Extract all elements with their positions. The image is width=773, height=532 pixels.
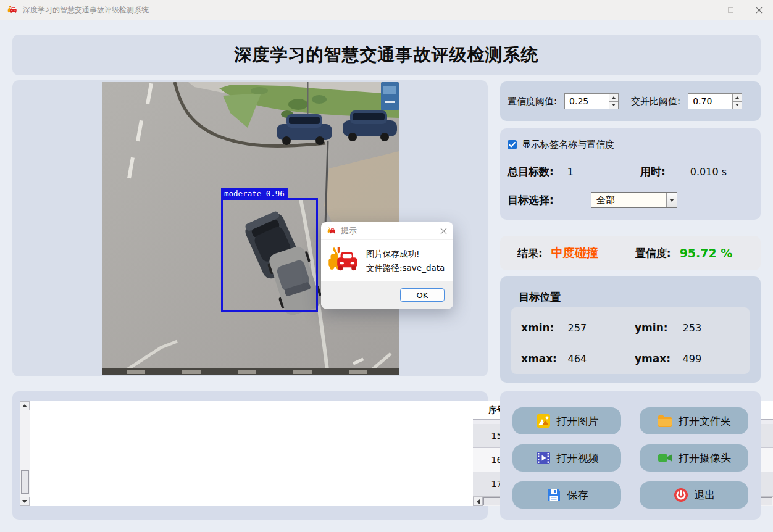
minimize-icon	[699, 10, 706, 10]
result-confidence-label: 置信度:	[635, 246, 671, 260]
open-folder-button[interactable]: 打开文件夹	[640, 407, 748, 434]
spinner-up-icon	[735, 96, 739, 99]
ymin-label: ymin:	[635, 322, 682, 334]
car-crash-icon	[327, 247, 362, 275]
spinner-down-button[interactable]	[609, 102, 618, 109]
threshold-panel: 置信度阈值: 交并比阈值:	[500, 81, 761, 121]
open-video-button[interactable]: 打开视频	[512, 444, 621, 472]
actions-panel: 打开图片 打开文件夹 打开视频	[500, 391, 761, 520]
xmin-label: xmin:	[521, 322, 568, 334]
page-title: 深度学习的智慧交通事故评级检测系统	[12, 35, 761, 75]
maximize-button[interactable]	[716, 0, 745, 20]
save-button[interactable]: 保存	[512, 481, 621, 509]
results-table-panel: 序号 文件路径 目标编号 类别 置信度 坐标位置 15 E:/... 0 中度碰…	[12, 391, 488, 520]
camera-icon	[657, 450, 673, 466]
scroll-left-button[interactable]	[473, 497, 483, 506]
window-title: 深度学习的智慧交通事故评级检测系统	[23, 5, 149, 15]
spinner-down-button[interactable]	[733, 102, 742, 109]
open-camera-button[interactable]: 打开摄像头	[640, 444, 748, 472]
target-position-title: 目标位置	[519, 290, 561, 304]
dialog-message-line1: 图片保存成功!	[366, 247, 445, 260]
dropdown-button[interactable]	[666, 193, 677, 207]
detection-label: moderate 0.96	[221, 188, 288, 199]
show-labels-label: 显示标签名称与置信度	[522, 139, 614, 151]
open-image-button[interactable]: 打开图片	[512, 407, 621, 434]
xmin-value: 257	[568, 322, 635, 334]
video-icon	[535, 450, 551, 466]
ymax-label: ymax:	[635, 352, 682, 365]
power-icon	[673, 487, 689, 503]
car-crash-icon	[327, 227, 336, 235]
target-select-dropdown[interactable]: 全部	[591, 192, 677, 208]
iou-threshold-input[interactable]	[688, 94, 732, 109]
window-titlebar: 深度学习的智慧交通事故评级检测系统	[0, 0, 773, 20]
settings-panel: 显示标签名称与置信度 总目标数: 1 用时: 0.010 s 目标选择: 全部	[500, 128, 761, 220]
minimize-button[interactable]	[688, 0, 716, 20]
message-dialog: 提示 图片保存成功! 文件路径:save_data OK	[321, 222, 453, 309]
scroll-left-icon	[477, 499, 480, 504]
spinner-up-icon	[612, 96, 616, 99]
dialog-ok-button[interactable]: OK	[400, 288, 445, 302]
vertical-scrollbar-thumb[interactable]	[21, 470, 29, 494]
spinner-down-icon	[612, 104, 616, 106]
check-icon	[509, 142, 516, 148]
close-button[interactable]	[745, 0, 773, 20]
image-icon	[535, 413, 551, 429]
header-panel: 深度学习的智慧交通事故评级检测系统	[12, 35, 761, 75]
exit-button[interactable]: 退出	[640, 481, 748, 509]
target-select-label: 目标选择:	[508, 193, 554, 207]
dialog-footer: OK	[321, 281, 453, 309]
spinner-up-button[interactable]	[609, 94, 618, 102]
ymax-value: 499	[683, 353, 750, 365]
dialog-message-line2: 文件路径:save_data	[366, 261, 445, 275]
target-position-box: xmin: 257 ymin: 253 xmax: 464 ymax: 499	[511, 307, 750, 374]
conf-threshold-label: 置信度阈值:	[508, 96, 557, 107]
car-crash-icon	[7, 6, 18, 14]
spinner-up-button[interactable]	[733, 94, 742, 102]
xmax-label: xmax:	[521, 352, 568, 365]
iou-threshold-label: 交并比阈值:	[631, 96, 680, 107]
target-position-panel: 目标位置 xmin: 257 ymin: 253 xmax: 464 ymax:…	[500, 276, 761, 383]
target-select-value: 全部	[591, 194, 666, 206]
scroll-down-icon	[22, 500, 27, 503]
conf-threshold-spinbox[interactable]	[564, 93, 619, 109]
dialog-title: 提示	[341, 225, 357, 236]
chevron-down-icon	[669, 199, 674, 202]
scroll-up-icon	[22, 404, 27, 407]
total-targets-value: 1	[567, 166, 574, 178]
scroll-down-button[interactable]	[20, 497, 30, 506]
results-table: 序号 文件路径 目标编号 类别 置信度 坐标位置 15 E:/... 0 中度碰…	[20, 401, 483, 506]
conf-threshold-input[interactable]	[565, 94, 609, 109]
elapsed-time-label: 用时:	[640, 165, 666, 179]
show-labels-checkbox[interactable]	[508, 140, 517, 149]
result-panel: 结果: 中度碰撞 置信度: 95.72 %	[500, 236, 761, 270]
result-value: 中度碰撞	[551, 245, 598, 261]
result-label: 结果:	[517, 246, 543, 260]
xmax-value: 464	[568, 353, 635, 365]
result-confidence-value: 95.72 %	[680, 246, 733, 260]
dialog-close-icon[interactable]	[440, 228, 447, 235]
spinner-down-icon	[735, 104, 739, 106]
iou-threshold-spinbox[interactable]	[688, 93, 742, 109]
save-icon	[546, 487, 562, 503]
dialog-body: 图片保存成功! 文件路径:save_data	[321, 240, 453, 281]
elapsed-time-value: 0.010 s	[690, 166, 727, 178]
scroll-up-button[interactable]	[20, 401, 30, 410]
detection-bounding-box	[221, 198, 318, 312]
dialog-titlebar: 提示	[321, 222, 453, 240]
maximize-icon	[728, 7, 733, 13]
vertical-scrollbar[interactable]	[20, 401, 30, 506]
total-targets-label: 总目标数:	[508, 165, 554, 179]
dialog-message: 图片保存成功! 文件路径:save_data	[366, 247, 445, 275]
ymin-value: 253	[683, 322, 750, 334]
close-icon	[756, 7, 763, 14]
folder-icon	[657, 413, 673, 429]
